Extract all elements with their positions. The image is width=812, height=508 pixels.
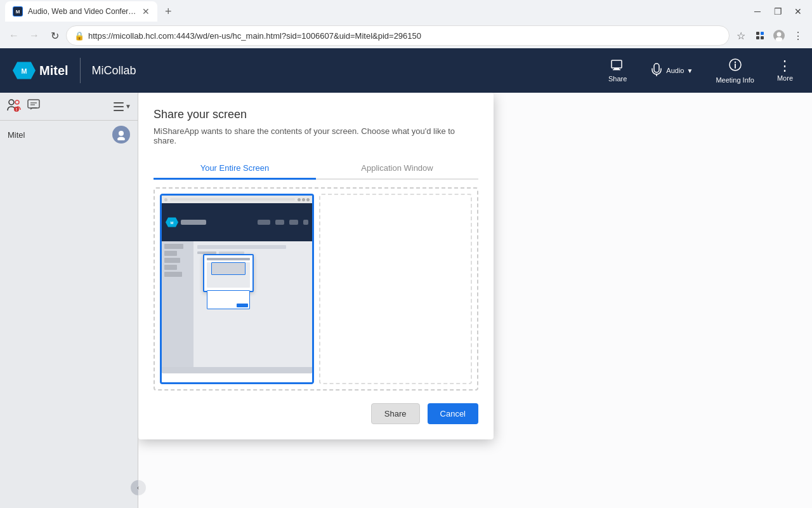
new-tab-button[interactable]: + bbox=[162, 5, 174, 18]
share-icon bbox=[611, 59, 625, 74]
extensions-button[interactable] bbox=[751, 27, 769, 44]
sim-browser: M bbox=[162, 196, 312, 373]
sim-info-btn bbox=[289, 220, 298, 225]
mitel-logo-icon: M bbox=[13, 62, 36, 79]
modal-overlay: Share your screen MiShareApp wants to sh… bbox=[138, 93, 812, 508]
meeting-info-nav-action[interactable]: Meeting Info bbox=[709, 54, 761, 88]
sim-more-btn bbox=[303, 220, 308, 225]
content-area: Meeting Details Name: Personal ID: Date/… bbox=[138, 93, 812, 508]
svg-point-7 bbox=[777, 32, 782, 37]
svg-rect-22 bbox=[28, 100, 39, 108]
maximize-button[interactable]: ❐ bbox=[769, 3, 787, 20]
audio-label-group: Audio bbox=[666, 67, 684, 74]
svg-rect-26 bbox=[114, 106, 124, 107]
sim-nested-dialog bbox=[203, 254, 254, 292]
top-navigation: M Mitel MiCollab Share bbox=[0, 48, 812, 93]
meeting-info-nav-label: Meeting Info bbox=[716, 76, 754, 84]
tab-application-window[interactable]: Application Window bbox=[316, 158, 478, 180]
main-area: ! ▼ bbox=[0, 93, 812, 508]
meeting-info-icon bbox=[728, 58, 742, 75]
sidebar-user: Mitel bbox=[0, 121, 138, 149]
back-button[interactable]: ← bbox=[5, 27, 23, 44]
svg-rect-11 bbox=[612, 60, 622, 68]
logo-area: M Mitel MiCollab bbox=[13, 58, 136, 83]
svg-text:!: ! bbox=[16, 107, 17, 112]
svg-point-19 bbox=[15, 100, 19, 104]
sidebar-menu-chevron: ▼ bbox=[125, 103, 131, 110]
sim-share-btn-inner bbox=[237, 304, 248, 307]
sim-logo-icon: M bbox=[166, 217, 178, 227]
close-button[interactable]: ✕ bbox=[789, 3, 807, 20]
sim-dot4 bbox=[306, 198, 310, 201]
sim-audio-btn bbox=[275, 220, 284, 225]
sim-item2 bbox=[164, 251, 177, 256]
dialog-description: MiShareApp wants to share the contents o… bbox=[154, 126, 478, 145]
svg-point-28 bbox=[119, 131, 124, 136]
share-button[interactable]: Share bbox=[371, 403, 420, 424]
window-controls: ─ ❐ ✕ bbox=[749, 3, 807, 20]
browser-tab[interactable]: M Audio, Web and Video Conferen... ✕ bbox=[5, 1, 157, 22]
participants-tab-icon[interactable]: ! bbox=[6, 98, 22, 115]
user-avatar bbox=[112, 126, 130, 144]
screen-preview-image: M bbox=[162, 196, 312, 373]
audio-chevron-icon: ▼ bbox=[686, 67, 693, 74]
minimize-button[interactable]: ─ bbox=[749, 3, 766, 20]
lock-icon: 🔒 bbox=[74, 31, 84, 41]
sim-sidebar bbox=[162, 241, 193, 367]
address-bar[interactable]: 🔒 https://micollab.hcl.com:4443/wd/en-us… bbox=[66, 25, 730, 46]
tab-title: Audio, Web and Video Conferen... bbox=[28, 7, 137, 16]
sim-dot2 bbox=[298, 198, 301, 201]
svg-point-18 bbox=[9, 100, 14, 105]
svg-rect-12 bbox=[614, 68, 619, 69]
forward-button[interactable]: → bbox=[25, 27, 43, 44]
sim-logo-area: M bbox=[166, 217, 206, 227]
reload-button[interactable]: ↻ bbox=[46, 27, 63, 44]
sim-statusbar bbox=[162, 367, 312, 373]
share-tabs: Your Entire Screen Application Window bbox=[154, 158, 478, 180]
chat-tab-icon[interactable] bbox=[27, 98, 41, 114]
menu-button[interactable]: ⋮ bbox=[789, 27, 807, 44]
share-nav-label: Share bbox=[608, 75, 627, 83]
sim-dot1 bbox=[164, 198, 167, 201]
sim-item5 bbox=[164, 272, 182, 277]
browser-chrome: M Audio, Web and Video Conferen... ✕ + ─… bbox=[0, 0, 812, 48]
toolbar-actions: ☆ ⋮ bbox=[732, 27, 807, 44]
sim-address bbox=[170, 198, 295, 201]
more-nav-action[interactable]: ⋮ More bbox=[771, 55, 799, 86]
more-icon: ⋮ bbox=[778, 59, 792, 73]
entire-screen-option[interactable]: M bbox=[160, 194, 314, 384]
sim-inner-screen bbox=[211, 262, 246, 275]
sidebar-menu-button[interactable]: ▼ bbox=[114, 102, 131, 111]
svg-rect-27 bbox=[114, 110, 124, 111]
sim-nav: M bbox=[162, 203, 312, 241]
cancel-button[interactable]: Cancel bbox=[428, 403, 478, 424]
mitel-brand-text: Mitel bbox=[39, 64, 69, 78]
sim-title-bar bbox=[197, 245, 286, 249]
sidebar: ! ▼ bbox=[0, 93, 138, 508]
tab-favicon: M bbox=[13, 6, 23, 17]
sim-item3 bbox=[164, 258, 180, 263]
profile-button[interactable] bbox=[770, 27, 788, 44]
tab-entire-screen[interactable]: Your Entire Screen bbox=[154, 158, 316, 180]
bookmark-button[interactable]: ☆ bbox=[732, 27, 750, 44]
svg-rect-25 bbox=[114, 102, 124, 104]
tab-close-button[interactable]: ✕ bbox=[142, 6, 150, 17]
svg-point-29 bbox=[117, 137, 125, 141]
mitel-logo: M Mitel bbox=[13, 62, 69, 79]
sim-title bbox=[181, 220, 206, 225]
sim-nav-actions bbox=[258, 220, 308, 225]
dialog-title: Share your screen bbox=[154, 108, 478, 121]
audio-nav-action[interactable]: Audio ▼ bbox=[643, 58, 699, 83]
svg-text:M: M bbox=[22, 67, 27, 75]
audio-nav-label: Audio bbox=[666, 67, 684, 74]
share-screen-dialog: Share your screen MiShareApp wants to sh… bbox=[138, 93, 494, 439]
sidebar-tabs: ! ▼ bbox=[0, 93, 138, 121]
sim-item1 bbox=[164, 244, 183, 249]
sim-dialog-inner bbox=[207, 262, 250, 288]
svg-rect-13 bbox=[613, 69, 620, 70]
app-name-label: MiCollab bbox=[92, 64, 136, 77]
svg-rect-3 bbox=[761, 32, 764, 35]
share-nav-action[interactable]: Share bbox=[602, 55, 633, 86]
app-container: M Mitel MiCollab Share bbox=[0, 48, 812, 508]
svg-rect-5 bbox=[761, 36, 764, 39]
